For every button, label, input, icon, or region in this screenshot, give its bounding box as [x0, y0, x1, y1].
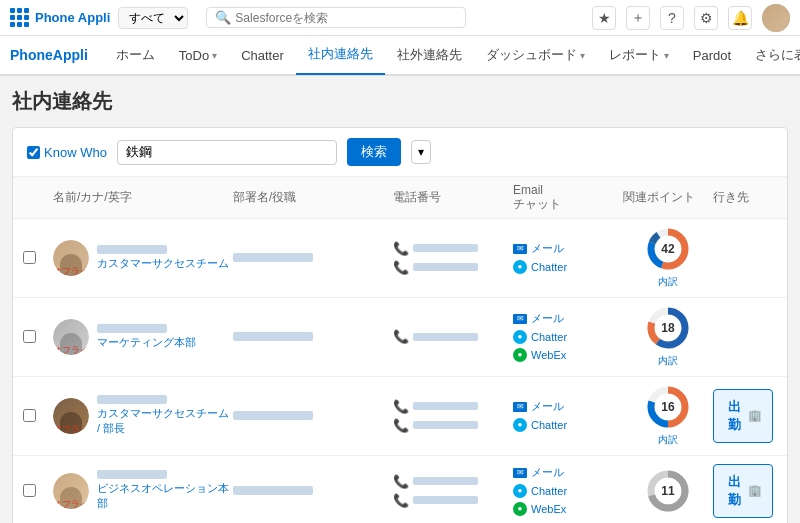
row3-avatar: ⊗ オフライン	[53, 398, 89, 434]
row4-shukkin-button[interactable]: 出勤🏢	[713, 464, 773, 518]
row2-avatar: ⊗ オフライン	[53, 319, 89, 355]
row1-checkbox[interactable]	[23, 251, 36, 264]
page-content: 社内連絡先 Know Who 検索 ▾ 名前/カナ/英字 部署名/役職 電話番号…	[0, 76, 800, 523]
nav-more[interactable]: さらに表示 ▾	[743, 35, 800, 75]
row4-mail-label: メール	[531, 465, 564, 480]
row1-detail-button[interactable]: 内訳	[658, 275, 678, 289]
notifications-button[interactable]: 🔔	[728, 6, 752, 30]
contacts-card: Know Who 検索 ▾ 名前/カナ/英字 部署名/役職 電話番号 Email…	[12, 127, 788, 523]
row2-chatter-link[interactable]: ● Chatter	[513, 330, 623, 344]
row2-webex-link[interactable]: ● WebEx	[513, 348, 623, 362]
row1-chatter-label: Chatter	[531, 261, 567, 273]
row1-mail-link[interactable]: ✉ メール	[513, 241, 623, 256]
row3-status-badge: ⊗ オフライン	[53, 423, 89, 434]
col-dept-header: 部署名/役職	[233, 189, 393, 206]
add-button[interactable]: ＋	[626, 6, 650, 30]
row4-name-col: ⊗ オフライン ビジネスオペレーション本部	[53, 470, 233, 511]
row4-chatter-link[interactable]: ● Chatter	[513, 484, 623, 498]
search-input[interactable]	[235, 11, 457, 25]
nav-home[interactable]: ホーム	[104, 35, 167, 75]
row3-checkbox[interactable]	[23, 409, 36, 422]
row1-chatter-link[interactable]: ● Chatter	[513, 260, 623, 274]
row2-dept-col	[233, 332, 393, 341]
row4-action-col: 出勤🏢	[713, 464, 773, 518]
row4-donut: 11	[646, 469, 690, 513]
row2-webex-label: WebEx	[531, 349, 566, 361]
row1-dept-link[interactable]: カスタマーサクセスチーム	[97, 256, 229, 271]
app-logo: Phone Appli	[10, 8, 110, 27]
row4-phone-icon2[interactable]: 📞	[393, 493, 409, 508]
row2-checkbox[interactable]	[23, 330, 36, 343]
row4-dept-link[interactable]: ビジネスオペレーション本部	[97, 481, 233, 511]
row4-email-col: ✉ メール ● Chatter ● WebEx	[513, 465, 623, 516]
grid-icon	[10, 8, 29, 27]
row3-dept-link[interactable]: カスタマーサクセスチーム / 部長	[97, 406, 233, 436]
row1-phone-icon2[interactable]: 📞	[393, 260, 409, 275]
row2-detail-button[interactable]: 内訳	[658, 354, 678, 368]
row1-checkbox-cell	[23, 251, 53, 264]
row3-dept-blur	[233, 411, 313, 420]
search-button[interactable]: 検索	[347, 138, 401, 166]
row3-dept-col	[233, 411, 393, 420]
row1-phone-icon1[interactable]: 📞	[393, 241, 409, 256]
chatter-icon2: ●	[513, 330, 527, 344]
row1-dept-col	[233, 253, 393, 262]
row2-dept-link[interactable]: マーケティング本部	[97, 335, 196, 350]
row4-phone-blur2	[413, 496, 478, 504]
row1-score-col: 42 内訳	[623, 227, 713, 289]
row4-checkbox[interactable]	[23, 484, 36, 497]
row4-mail-link[interactable]: ✉ メール	[513, 465, 623, 480]
nav-internal-contacts[interactable]: 社内連絡先	[296, 35, 385, 75]
nav-pardot[interactable]: Pardot	[681, 35, 743, 75]
row3-donut: 16	[646, 385, 690, 429]
nav-chatter[interactable]: Chatter	[229, 35, 296, 75]
nav-dashboard[interactable]: ダッシュボード ▾	[474, 35, 597, 75]
row2-donut: 18	[646, 306, 690, 350]
nav-external-contacts[interactable]: 社外連絡先	[385, 35, 474, 75]
webex-icon4: ●	[513, 502, 527, 516]
row2-name-col: ⊗ オフライン マーケティング本部	[53, 319, 233, 355]
favorites-button[interactable]: ★	[592, 6, 616, 30]
mail-icon2: ✉	[513, 314, 527, 324]
row3-mail-label: メール	[531, 399, 564, 414]
know-who-checkbox[interactable]	[27, 146, 40, 159]
row3-phone-icon1[interactable]: 📞	[393, 399, 409, 414]
nav-report[interactable]: レポート ▾	[597, 35, 681, 75]
row4-status-badge: ⊗ オフライン	[53, 498, 89, 509]
row3-phone-icon2[interactable]: 📞	[393, 418, 409, 433]
search-scope-select[interactable]: すべて	[118, 7, 188, 29]
col-name-header: 名前/カナ/英字	[53, 189, 233, 206]
top-icons: ★ ＋ ? ⚙ 🔔	[592, 4, 790, 32]
row2-mail-link[interactable]: ✉ メール	[513, 311, 623, 326]
row3-name-block: カスタマーサクセスチーム / 部長	[97, 395, 233, 436]
row4-name-block: ビジネスオペレーション本部	[97, 470, 233, 511]
app-name: Phone Appli	[35, 10, 110, 25]
row3-mail-link[interactable]: ✉ メール	[513, 399, 623, 414]
filter-bar: Know Who 検索 ▾	[13, 128, 787, 177]
nav-todo[interactable]: ToDo ▾	[167, 35, 229, 75]
row2-phone-icon1[interactable]: 📞	[393, 329, 409, 344]
row4-phone-icon1[interactable]: 📞	[393, 474, 409, 489]
row1-phone-blur2	[413, 263, 478, 271]
filter-text-input[interactable]	[117, 140, 337, 165]
row3-chatter-link[interactable]: ● Chatter	[513, 418, 623, 432]
shukkin-icon3: 🏢	[748, 409, 762, 422]
row2-dept-blur	[233, 332, 313, 341]
row2-mail-label: メール	[531, 311, 564, 326]
row4-dept-blur	[233, 486, 313, 495]
row4-webex-link[interactable]: ● WebEx	[513, 502, 623, 516]
know-who-filter[interactable]: Know Who	[27, 145, 107, 160]
row4-name-blur	[97, 470, 167, 479]
row1-score-num: 42	[661, 242, 674, 256]
row1-avatar: ⊗ オフライン	[53, 240, 89, 276]
row3-shukkin-button[interactable]: 出勤🏢	[713, 389, 773, 443]
settings-button[interactable]: ⚙	[694, 6, 718, 30]
help-button[interactable]: ?	[660, 6, 684, 30]
row4-webex-label: WebEx	[531, 503, 566, 515]
user-avatar[interactable]	[762, 4, 790, 32]
row3-email-col: ✉ メール ● Chatter	[513, 399, 623, 432]
row4-phone-blur1	[413, 477, 478, 485]
row3-detail-button[interactable]: 内訳	[658, 433, 678, 447]
page-title: 社内連絡先	[12, 88, 788, 115]
filter-dropdown-button[interactable]: ▾	[411, 140, 431, 164]
